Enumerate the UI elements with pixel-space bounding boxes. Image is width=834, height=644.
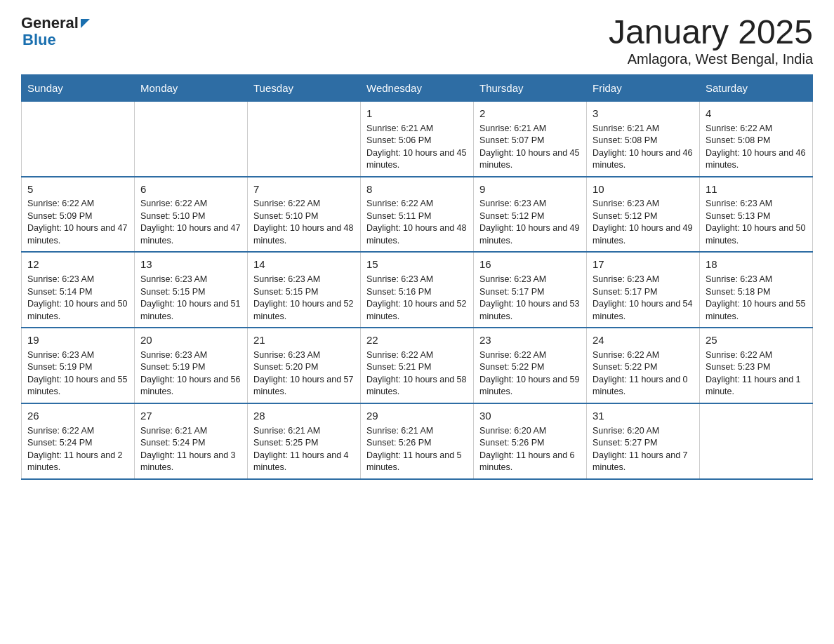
day-info: Sunrise: 6:23 AMSunset: 5:17 PMDaylight:…	[593, 274, 694, 323]
calendar-week-3: 12Sunrise: 6:23 AMSunset: 5:14 PMDayligh…	[22, 252, 813, 328]
calendar-cell: 23Sunrise: 6:22 AMSunset: 5:22 PMDayligh…	[474, 328, 587, 403]
day-number: 27	[140, 408, 241, 424]
day-info: Sunrise: 6:22 AMSunset: 5:22 PMDaylight:…	[479, 349, 581, 398]
calendar-cell: 16Sunrise: 6:23 AMSunset: 5:17 PMDayligh…	[474, 252, 587, 328]
day-number: 11	[706, 182, 807, 197]
calendar-cell: 11Sunrise: 6:23 AMSunset: 5:13 PMDayligh…	[700, 177, 813, 253]
calendar-subtitle: Amlagora, West Bengal, India	[609, 51, 813, 67]
day-header-saturday: Saturday	[700, 74, 813, 101]
day-info: Sunrise: 6:22 AMSunset: 5:10 PMDaylight:…	[140, 198, 241, 247]
day-info: Sunrise: 6:21 AMSunset: 5:24 PMDaylight:…	[140, 425, 241, 474]
day-info: Sunrise: 6:23 AMSunset: 5:20 PMDaylight:…	[253, 349, 355, 398]
day-info: Sunrise: 6:22 AMSunset: 5:23 PMDaylight:…	[706, 349, 807, 398]
day-number: 19	[27, 333, 128, 348]
day-number: 21	[253, 333, 355, 348]
page-header: General Blue January 2025 Amlagora, West…	[21, 14, 813, 67]
calendar-table: SundayMondayTuesdayWednesdayThursdayFrid…	[21, 74, 813, 480]
calendar-cell: 29Sunrise: 6:21 AMSunset: 5:26 PMDayligh…	[361, 403, 474, 479]
day-number: 6	[140, 182, 241, 197]
calendar-cell: 14Sunrise: 6:23 AMSunset: 5:15 PMDayligh…	[248, 252, 361, 328]
day-info: Sunrise: 6:23 AMSunset: 5:17 PMDaylight:…	[479, 274, 581, 323]
day-info: Sunrise: 6:23 AMSunset: 5:14 PMDaylight:…	[27, 274, 128, 323]
day-number: 31	[593, 408, 694, 424]
day-info: Sunrise: 6:22 AMSunset: 5:22 PMDaylight:…	[593, 349, 694, 398]
day-number: 10	[593, 182, 694, 197]
calendar-cell: 5Sunrise: 6:22 AMSunset: 5:09 PMDaylight…	[22, 177, 135, 253]
calendar-header-row: SundayMondayTuesdayWednesdayThursdayFrid…	[22, 74, 813, 101]
day-info: Sunrise: 6:22 AMSunset: 5:11 PMDaylight:…	[366, 198, 468, 247]
day-info: Sunrise: 6:23 AMSunset: 5:19 PMDaylight:…	[140, 349, 241, 398]
day-info: Sunrise: 6:23 AMSunset: 5:13 PMDaylight:…	[706, 198, 807, 247]
day-number: 26	[27, 408, 128, 424]
calendar-cell: 10Sunrise: 6:23 AMSunset: 5:12 PMDayligh…	[587, 177, 700, 253]
day-info: Sunrise: 6:21 AMSunset: 5:07 PMDaylight:…	[479, 123, 581, 172]
title-block: January 2025 Amlagora, West Bengal, Indi…	[609, 14, 813, 67]
calendar-cell: 1Sunrise: 6:21 AMSunset: 5:06 PMDaylight…	[361, 101, 474, 176]
day-number: 29	[366, 408, 468, 424]
day-header-friday: Friday	[587, 74, 700, 101]
day-number: 12	[27, 257, 128, 272]
day-info: Sunrise: 6:21 AMSunset: 5:08 PMDaylight:…	[593, 123, 694, 172]
day-number: 15	[366, 257, 468, 272]
day-number: 30	[479, 408, 581, 424]
calendar-cell: 21Sunrise: 6:23 AMSunset: 5:20 PMDayligh…	[248, 328, 361, 403]
day-number: 20	[140, 333, 241, 348]
day-info: Sunrise: 6:21 AMSunset: 5:25 PMDaylight:…	[253, 425, 355, 474]
calendar-cell: 30Sunrise: 6:20 AMSunset: 5:26 PMDayligh…	[474, 403, 587, 479]
day-number: 9	[479, 182, 581, 197]
day-header-thursday: Thursday	[474, 74, 587, 101]
day-number: 18	[706, 257, 807, 272]
calendar-cell: 19Sunrise: 6:23 AMSunset: 5:19 PMDayligh…	[22, 328, 135, 403]
calendar-cell	[135, 101, 248, 176]
day-header-tuesday: Tuesday	[248, 74, 361, 101]
calendar-cell: 13Sunrise: 6:23 AMSunset: 5:15 PMDayligh…	[135, 252, 248, 328]
calendar-cell: 18Sunrise: 6:23 AMSunset: 5:18 PMDayligh…	[700, 252, 813, 328]
calendar-cell: 6Sunrise: 6:22 AMSunset: 5:10 PMDaylight…	[135, 177, 248, 253]
day-info: Sunrise: 6:21 AMSunset: 5:06 PMDaylight:…	[366, 123, 468, 172]
day-number: 24	[593, 333, 694, 348]
calendar-week-5: 26Sunrise: 6:22 AMSunset: 5:24 PMDayligh…	[22, 403, 813, 479]
day-number: 1	[366, 106, 468, 121]
day-number: 22	[366, 333, 468, 348]
day-number: 13	[140, 257, 241, 272]
calendar-cell: 22Sunrise: 6:22 AMSunset: 5:21 PMDayligh…	[361, 328, 474, 403]
day-info: Sunrise: 6:23 AMSunset: 5:18 PMDaylight:…	[706, 274, 807, 323]
day-number: 5	[27, 182, 128, 197]
day-info: Sunrise: 6:23 AMSunset: 5:15 PMDaylight:…	[253, 274, 355, 323]
logo-general-text: General	[21, 14, 79, 32]
day-number: 23	[479, 333, 581, 348]
calendar-cell: 8Sunrise: 6:22 AMSunset: 5:11 PMDaylight…	[361, 177, 474, 253]
day-number: 16	[479, 257, 581, 272]
day-header-wednesday: Wednesday	[361, 74, 474, 101]
calendar-cell	[22, 101, 135, 176]
calendar-cell: 12Sunrise: 6:23 AMSunset: 5:14 PMDayligh…	[22, 252, 135, 328]
calendar-cell: 15Sunrise: 6:23 AMSunset: 5:16 PMDayligh…	[361, 252, 474, 328]
calendar-cell: 17Sunrise: 6:23 AMSunset: 5:17 PMDayligh…	[587, 252, 700, 328]
day-info: Sunrise: 6:22 AMSunset: 5:24 PMDaylight:…	[27, 425, 128, 474]
day-info: Sunrise: 6:22 AMSunset: 5:21 PMDaylight:…	[366, 349, 468, 398]
calendar-cell: 20Sunrise: 6:23 AMSunset: 5:19 PMDayligh…	[135, 328, 248, 403]
day-info: Sunrise: 6:22 AMSunset: 5:10 PMDaylight:…	[253, 198, 355, 247]
day-number: 4	[706, 106, 807, 121]
day-header-monday: Monday	[135, 74, 248, 101]
calendar-cell: 3Sunrise: 6:21 AMSunset: 5:08 PMDaylight…	[587, 101, 700, 176]
day-info: Sunrise: 6:22 AMSunset: 5:09 PMDaylight:…	[27, 198, 128, 247]
calendar-title: January 2025	[609, 14, 813, 51]
logo: General Blue	[21, 14, 90, 48]
calendar-cell: 9Sunrise: 6:23 AMSunset: 5:12 PMDaylight…	[474, 177, 587, 253]
calendar-week-1: 1Sunrise: 6:21 AMSunset: 5:06 PMDaylight…	[22, 101, 813, 176]
day-info: Sunrise: 6:23 AMSunset: 5:15 PMDaylight:…	[140, 274, 241, 323]
calendar-cell: 26Sunrise: 6:22 AMSunset: 5:24 PMDayligh…	[22, 403, 135, 479]
day-number: 25	[706, 333, 807, 348]
calendar-cell: 31Sunrise: 6:20 AMSunset: 5:27 PMDayligh…	[587, 403, 700, 479]
day-info: Sunrise: 6:20 AMSunset: 5:26 PMDaylight:…	[479, 425, 581, 474]
day-info: Sunrise: 6:20 AMSunset: 5:27 PMDaylight:…	[593, 425, 694, 474]
calendar-cell	[700, 403, 813, 479]
calendar-cell: 4Sunrise: 6:22 AMSunset: 5:08 PMDaylight…	[700, 101, 813, 176]
day-info: Sunrise: 6:22 AMSunset: 5:08 PMDaylight:…	[706, 123, 807, 172]
calendar-cell: 25Sunrise: 6:22 AMSunset: 5:23 PMDayligh…	[700, 328, 813, 403]
calendar-cell: 2Sunrise: 6:21 AMSunset: 5:07 PMDaylight…	[474, 101, 587, 176]
calendar-cell: 24Sunrise: 6:22 AMSunset: 5:22 PMDayligh…	[587, 328, 700, 403]
day-info: Sunrise: 6:23 AMSunset: 5:16 PMDaylight:…	[366, 274, 468, 323]
day-info: Sunrise: 6:23 AMSunset: 5:19 PMDaylight:…	[27, 349, 128, 398]
